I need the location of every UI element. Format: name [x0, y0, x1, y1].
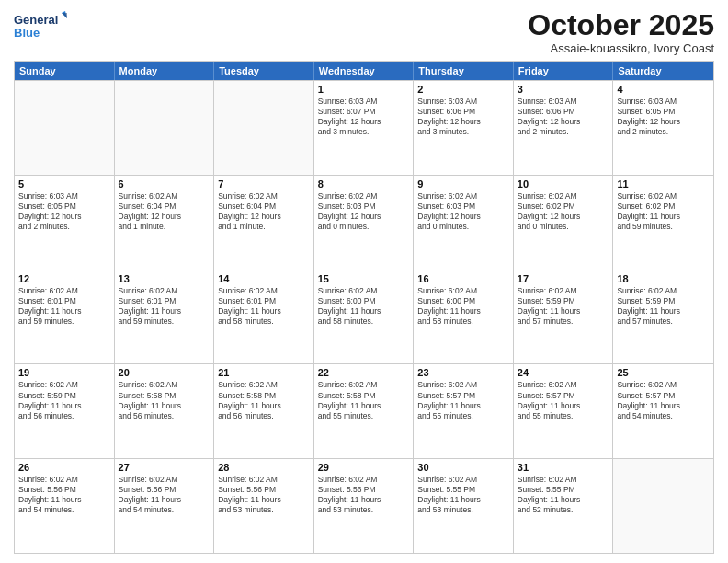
- day-number: 20: [119, 367, 210, 378]
- day-cell-18: 18Sunrise: 6:02 AM Sunset: 5:59 PM Dayli…: [613, 270, 713, 364]
- day-cell-2: 2Sunrise: 6:03 AM Sunset: 6:06 PM Daylig…: [414, 81, 514, 175]
- day-cell-1: 1Sunrise: 6:03 AM Sunset: 6:07 PM Daylig…: [314, 81, 415, 175]
- day-number: 1: [318, 84, 410, 95]
- cell-info: Sunrise: 6:02 AM Sunset: 5:58 PM Dayligh…: [119, 380, 210, 420]
- cell-info: Sunrise: 6:02 AM Sunset: 6:01 PM Dayligh…: [18, 286, 110, 327]
- day-number: 4: [617, 84, 710, 95]
- svg-text:General: General: [14, 13, 58, 27]
- header-day-saturday: Saturday: [613, 62, 713, 80]
- day-cell-31: 31Sunrise: 6:02 AM Sunset: 5:55 PM Dayli…: [514, 459, 614, 553]
- cell-info: Sunrise: 6:02 AM Sunset: 5:59 PM Dayligh…: [518, 286, 609, 327]
- cell-info: Sunrise: 6:02 AM Sunset: 6:02 PM Dayligh…: [617, 191, 710, 232]
- subtitle: Assaie-kouassikro, Ivory Coast: [528, 41, 714, 55]
- cell-info: Sunrise: 6:02 AM Sunset: 5:56 PM Dayligh…: [119, 475, 210, 515]
- cell-info: Sunrise: 6:02 AM Sunset: 6:03 PM Dayligh…: [318, 191, 410, 232]
- day-cell-8: 8Sunrise: 6:02 AM Sunset: 6:03 PM Daylig…: [314, 176, 415, 270]
- empty-cell: [214, 81, 314, 175]
- day-number: 18: [617, 273, 710, 284]
- day-number: 24: [518, 367, 609, 378]
- cell-info: Sunrise: 6:02 AM Sunset: 5:59 PM Dayligh…: [617, 286, 710, 327]
- calendar-row: 19Sunrise: 6:02 AM Sunset: 5:59 PM Dayli…: [15, 363, 713, 458]
- day-cell-11: 11Sunrise: 6:02 AM Sunset: 6:02 PM Dayli…: [613, 176, 713, 270]
- empty-cell: [15, 81, 115, 175]
- day-number: 6: [119, 178, 210, 190]
- day-number: 30: [417, 462, 509, 473]
- day-cell-24: 24Sunrise: 6:02 AM Sunset: 5:57 PM Dayli…: [514, 364, 614, 458]
- day-cell-5: 5Sunrise: 6:03 AM Sunset: 6:05 PM Daylig…: [15, 176, 115, 270]
- day-cell-21: 21Sunrise: 6:02 AM Sunset: 5:58 PM Dayli…: [214, 364, 314, 458]
- day-number: 16: [417, 273, 509, 284]
- day-number: 22: [318, 367, 410, 378]
- day-cell-15: 15Sunrise: 6:02 AM Sunset: 6:00 PM Dayli…: [314, 270, 415, 364]
- cell-info: Sunrise: 6:02 AM Sunset: 5:56 PM Dayligh…: [318, 475, 410, 515]
- cell-info: Sunrise: 6:03 AM Sunset: 6:07 PM Dayligh…: [318, 97, 410, 137]
- day-number: 17: [518, 273, 609, 284]
- header: General Blue October 2025 Assaie-kouassi…: [14, 9, 714, 55]
- header-day-monday: Monday: [115, 62, 215, 80]
- day-cell-20: 20Sunrise: 6:02 AM Sunset: 5:58 PM Dayli…: [115, 364, 215, 458]
- calendar-header: SundayMondayTuesdayWednesdayThursdayFrid…: [15, 62, 713, 80]
- cell-info: Sunrise: 6:02 AM Sunset: 5:56 PM Dayligh…: [18, 475, 110, 515]
- svg-text:Blue: Blue: [14, 26, 40, 40]
- day-number: 31: [518, 462, 609, 473]
- day-number: 2: [417, 84, 509, 95]
- header-day-sunday: Sunday: [15, 62, 115, 80]
- cell-info: Sunrise: 6:02 AM Sunset: 5:55 PM Dayligh…: [417, 475, 509, 515]
- day-number: 14: [218, 273, 310, 284]
- cell-info: Sunrise: 6:03 AM Sunset: 6:05 PM Dayligh…: [617, 97, 710, 137]
- day-number: 5: [18, 178, 110, 190]
- day-number: 10: [518, 178, 609, 190]
- cell-info: Sunrise: 6:02 AM Sunset: 6:03 PM Dayligh…: [417, 191, 509, 232]
- day-cell-14: 14Sunrise: 6:02 AM Sunset: 6:01 PM Dayli…: [214, 270, 314, 364]
- calendar: SundayMondayTuesdayWednesdayThursdayFrid…: [14, 61, 714, 554]
- day-number: 28: [218, 462, 310, 473]
- day-cell-16: 16Sunrise: 6:02 AM Sunset: 6:00 PM Dayli…: [414, 270, 514, 364]
- cell-info: Sunrise: 6:02 AM Sunset: 5:58 PM Dayligh…: [218, 380, 310, 420]
- header-day-thursday: Thursday: [414, 62, 514, 80]
- day-number: 25: [617, 367, 710, 378]
- day-number: 21: [218, 367, 310, 378]
- day-cell-17: 17Sunrise: 6:02 AM Sunset: 5:59 PM Dayli…: [514, 270, 614, 364]
- cell-info: Sunrise: 6:02 AM Sunset: 6:00 PM Dayligh…: [318, 286, 410, 327]
- month-title: October 2025: [528, 9, 714, 41]
- calendar-body: 1Sunrise: 6:03 AM Sunset: 6:07 PM Daylig…: [15, 80, 713, 553]
- day-cell-7: 7Sunrise: 6:02 AM Sunset: 6:04 PM Daylig…: [214, 176, 314, 270]
- cell-info: Sunrise: 6:02 AM Sunset: 6:01 PM Dayligh…: [119, 286, 210, 327]
- cell-info: Sunrise: 6:03 AM Sunset: 6:05 PM Dayligh…: [18, 191, 110, 232]
- day-cell-12: 12Sunrise: 6:02 AM Sunset: 6:01 PM Dayli…: [15, 270, 115, 364]
- header-day-friday: Friday: [514, 62, 614, 80]
- day-number: 7: [218, 178, 310, 190]
- calendar-row: 12Sunrise: 6:02 AM Sunset: 6:01 PM Dayli…: [15, 270, 713, 364]
- cell-info: Sunrise: 6:02 AM Sunset: 5:57 PM Dayligh…: [518, 380, 609, 420]
- svg-marker-3: [62, 13, 67, 18]
- day-number: 8: [318, 178, 410, 190]
- day-cell-9: 9Sunrise: 6:02 AM Sunset: 6:03 PM Daylig…: [414, 176, 514, 270]
- cell-info: Sunrise: 6:03 AM Sunset: 6:06 PM Dayligh…: [518, 97, 609, 137]
- cell-info: Sunrise: 6:03 AM Sunset: 6:06 PM Dayligh…: [417, 97, 509, 137]
- page: General Blue October 2025 Assaie-kouassi…: [0, 0, 728, 563]
- day-number: 12: [18, 273, 110, 284]
- cell-info: Sunrise: 6:02 AM Sunset: 6:01 PM Dayligh…: [218, 286, 310, 327]
- day-number: 29: [318, 462, 410, 473]
- cell-info: Sunrise: 6:02 AM Sunset: 6:04 PM Dayligh…: [119, 191, 210, 232]
- day-number: 26: [18, 462, 110, 473]
- day-cell-4: 4Sunrise: 6:03 AM Sunset: 6:05 PM Daylig…: [613, 81, 713, 175]
- day-cell-3: 3Sunrise: 6:03 AM Sunset: 6:06 PM Daylig…: [514, 81, 614, 175]
- cell-info: Sunrise: 6:02 AM Sunset: 5:59 PM Dayligh…: [18, 380, 110, 420]
- day-cell-6: 6Sunrise: 6:02 AM Sunset: 6:04 PM Daylig…: [115, 176, 215, 270]
- cell-info: Sunrise: 6:02 AM Sunset: 6:04 PM Dayligh…: [218, 191, 310, 232]
- cell-info: Sunrise: 6:02 AM Sunset: 5:55 PM Dayligh…: [518, 475, 609, 515]
- day-number: 3: [518, 84, 609, 95]
- logo-svg: General Blue: [14, 9, 69, 42]
- day-cell-27: 27Sunrise: 6:02 AM Sunset: 5:56 PM Dayli…: [115, 459, 215, 553]
- day-number: 23: [417, 367, 509, 378]
- empty-cell: [115, 81, 215, 175]
- day-number: 13: [119, 273, 210, 284]
- calendar-row: 5Sunrise: 6:03 AM Sunset: 6:05 PM Daylig…: [15, 175, 713, 270]
- day-cell-22: 22Sunrise: 6:02 AM Sunset: 5:58 PM Dayli…: [314, 364, 415, 458]
- logo: General Blue: [14, 9, 69, 42]
- header-day-tuesday: Tuesday: [214, 62, 314, 80]
- title-block: October 2025 Assaie-kouassikro, Ivory Co…: [528, 9, 714, 55]
- day-number: 11: [617, 178, 710, 190]
- day-cell-19: 19Sunrise: 6:02 AM Sunset: 5:59 PM Dayli…: [15, 364, 115, 458]
